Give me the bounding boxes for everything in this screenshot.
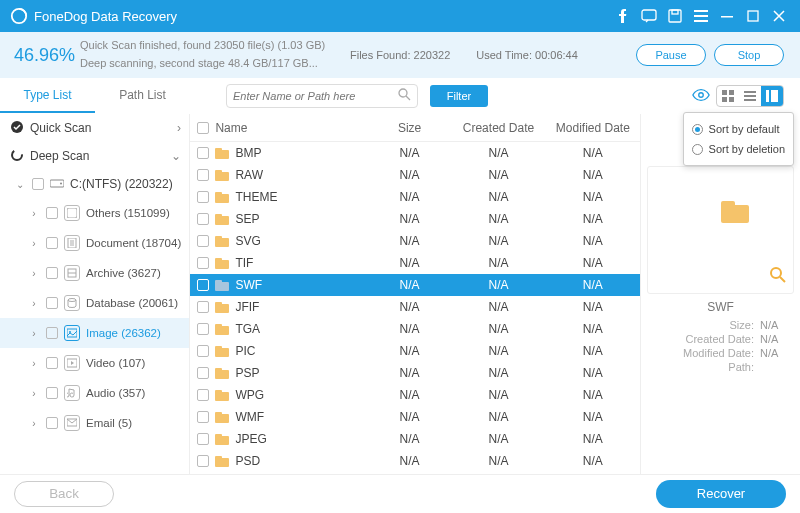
stop-button[interactable]: Stop: [714, 44, 784, 66]
file-created-date: N/A: [451, 322, 545, 336]
table-row[interactable]: THEMEN/AN/AN/A: [190, 186, 640, 208]
preview-modified-value: N/A: [760, 347, 790, 359]
facebook-icon[interactable]: [610, 3, 636, 29]
sidebar-item-category[interactable]: ›Document (18704): [0, 228, 189, 258]
sidebar-item-label: Document (18704): [86, 237, 181, 249]
column-header-created[interactable]: Created Date: [451, 121, 545, 135]
checkbox[interactable]: [46, 327, 58, 339]
table-row[interactable]: RAWN/AN/AN/A: [190, 164, 640, 186]
view-grid-button[interactable]: [717, 86, 739, 106]
app-logo-icon: [10, 7, 28, 25]
checkbox[interactable]: [46, 417, 58, 429]
checkbox[interactable]: [46, 297, 58, 309]
table-row[interactable]: WPGN/AN/AN/A: [190, 384, 640, 406]
checkbox[interactable]: [32, 178, 44, 190]
sidebar-item-label: Email (5): [86, 417, 132, 429]
file-size: N/A: [368, 454, 451, 468]
sidebar-item-category[interactable]: ›Video (107): [0, 348, 189, 378]
table-row[interactable]: PSDN/AN/AN/A: [190, 450, 640, 472]
chevron-right-icon: ›: [28, 208, 40, 219]
sort-label: Sort by default: [709, 123, 780, 135]
row-checkbox[interactable]: [197, 433, 209, 445]
sidebar-item-category[interactable]: ›Email (5): [0, 408, 189, 438]
column-header-modified[interactable]: Modified Date: [546, 121, 640, 135]
category-icon: [64, 235, 80, 251]
save-icon[interactable]: [662, 3, 688, 29]
select-all-checkbox[interactable]: [197, 122, 209, 134]
chevron-right-icon: ›: [28, 418, 40, 429]
sort-by-deletion[interactable]: Sort by deletion: [692, 139, 785, 159]
sidebar-item-category[interactable]: ›Audio (357): [0, 378, 189, 408]
svg-rect-19: [771, 90, 778, 102]
table-row[interactable]: TIFN/AN/AN/A: [190, 252, 640, 274]
table-row[interactable]: TGAN/AN/AN/A: [190, 318, 640, 340]
table-row[interactable]: PICN/AN/AN/A: [190, 340, 640, 362]
column-header-name[interactable]: Name: [215, 121, 367, 135]
recover-button[interactable]: Recover: [656, 480, 786, 508]
close-icon[interactable]: [766, 3, 792, 29]
maximize-icon[interactable]: [740, 3, 766, 29]
checkbox[interactable]: [46, 387, 58, 399]
file-size: N/A: [368, 212, 451, 226]
sidebar-quick-scan[interactable]: Quick Scan ›: [0, 114, 189, 142]
table-row[interactable]: JPEGN/AN/AN/A: [190, 428, 640, 450]
search-box[interactable]: [226, 84, 418, 108]
sidebar-item-category[interactable]: ›Database (20061): [0, 288, 189, 318]
row-checkbox[interactable]: [197, 147, 209, 159]
tab-type-list[interactable]: Type List: [0, 79, 95, 113]
search-input[interactable]: [233, 90, 398, 102]
feedback-icon[interactable]: [636, 3, 662, 29]
back-button[interactable]: Back: [14, 481, 114, 507]
tab-path-list[interactable]: Path List: [95, 79, 190, 113]
row-checkbox[interactable]: [197, 367, 209, 379]
sidebar-deep-scan[interactable]: Deep Scan ⌄: [0, 142, 189, 170]
sidebar-drive[interactable]: ⌄ C:(NTFS) (220322): [0, 170, 189, 198]
row-checkbox[interactable]: [197, 455, 209, 467]
sort-by-default[interactable]: Sort by default: [692, 119, 785, 139]
table-row[interactable]: SEPN/AN/AN/A: [190, 208, 640, 230]
file-modified-date: N/A: [546, 322, 640, 336]
row-checkbox[interactable]: [197, 345, 209, 357]
table-row[interactable]: SWFN/AN/AN/A: [190, 274, 640, 296]
row-checkbox[interactable]: [197, 169, 209, 181]
file-name: JFIF: [235, 300, 259, 314]
sidebar-item-category[interactable]: ›Archive (3627): [0, 258, 189, 288]
category-icon: [64, 295, 80, 311]
checkbox[interactable]: [46, 357, 58, 369]
row-checkbox[interactable]: [197, 323, 209, 335]
view-detail-button[interactable]: [761, 86, 783, 106]
row-checkbox[interactable]: [197, 257, 209, 269]
column-header-size[interactable]: Size: [368, 121, 451, 135]
sidebar-item-category[interactable]: ›Others (151099): [0, 198, 189, 228]
table-row[interactable]: PSPN/AN/AN/A: [190, 362, 640, 384]
view-list-button[interactable]: [739, 86, 761, 106]
checkbox[interactable]: [46, 207, 58, 219]
row-checkbox[interactable]: [197, 191, 209, 203]
folder-icon: [215, 214, 229, 225]
sidebar-item-label: Audio (357): [86, 387, 145, 399]
table-row[interactable]: WMFN/AN/AN/A: [190, 406, 640, 428]
preview-toggle-icon[interactable]: [692, 86, 710, 107]
row-checkbox[interactable]: [197, 411, 209, 423]
filter-button[interactable]: Filter: [430, 85, 488, 107]
svg-rect-12: [729, 90, 734, 95]
checkbox[interactable]: [46, 237, 58, 249]
row-checkbox[interactable]: [197, 235, 209, 247]
sidebar-item-category[interactable]: ›Image (26362): [0, 318, 189, 348]
table-row[interactable]: SVGN/AN/AN/A: [190, 230, 640, 252]
table-row[interactable]: BMPN/AN/AN/A: [190, 142, 640, 164]
row-checkbox[interactable]: [197, 301, 209, 313]
row-checkbox[interactable]: [197, 279, 209, 291]
checkbox[interactable]: [46, 267, 58, 279]
pause-button[interactable]: Pause: [636, 44, 706, 66]
row-checkbox[interactable]: [197, 213, 209, 225]
magnify-icon[interactable]: [769, 266, 787, 287]
search-icon[interactable]: [398, 88, 411, 104]
table-row[interactable]: JFIFN/AN/AN/A: [190, 296, 640, 318]
row-checkbox[interactable]: [197, 389, 209, 401]
file-created-date: N/A: [451, 388, 545, 402]
chevron-right-icon: ›: [28, 238, 40, 249]
sidebar-item-label: Deep Scan: [30, 149, 89, 163]
menu-icon[interactable]: [688, 3, 714, 29]
minimize-icon[interactable]: [714, 3, 740, 29]
